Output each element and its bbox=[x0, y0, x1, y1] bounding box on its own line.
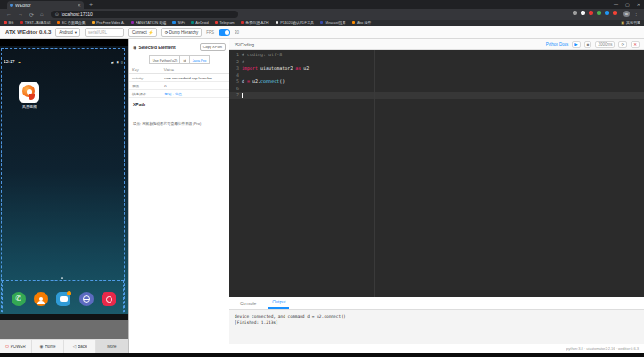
bottom-edge-bar bbox=[0, 353, 644, 357]
camera-app-icon[interactable] bbox=[102, 292, 116, 306]
bookmark-item[interactable]: 免费白嫖-AZHI bbox=[241, 21, 269, 25]
home-button[interactable]: ◉Home bbox=[32, 340, 64, 353]
copy-xpath-button[interactable]: Copy XPath bbox=[200, 43, 226, 51]
code-line: 6 bbox=[229, 86, 644, 93]
extension-icon[interactable] bbox=[581, 11, 585, 15]
tab-java-pro[interactable]: Java Pro bbox=[190, 55, 211, 64]
contacts-app-icon[interactable] bbox=[34, 292, 48, 306]
home-circle-icon: ◉ bbox=[40, 345, 44, 349]
quick-action-links[interactable]: 复制 · 定位 bbox=[161, 90, 229, 98]
forward-icon[interactable]: → bbox=[18, 12, 23, 17]
back-button[interactable]: ◁Back bbox=[64, 340, 96, 353]
bookmark-favicon bbox=[20, 21, 23, 25]
minimize-button[interactable]: — bbox=[614, 0, 618, 9]
bookmark-item[interactable]: Pro Free Video A. bbox=[92, 21, 125, 25]
site-info-icon[interactable]: ⊙ bbox=[55, 12, 59, 17]
internet-app-icon[interactable] bbox=[79, 292, 94, 306]
bookmark-item[interactable]: AirDroid bbox=[191, 21, 209, 25]
close-button[interactable]: ✕ bbox=[637, 0, 640, 9]
bookmark-favicon bbox=[215, 21, 219, 25]
reload-icon[interactable]: ⟳ bbox=[29, 12, 34, 18]
console-tabs: Console Output bbox=[229, 297, 644, 310]
messages-app-icon[interactable] bbox=[56, 292, 70, 306]
target-icon: ◉ bbox=[133, 45, 136, 50]
bookmark-item[interactable]: Telegram bbox=[215, 21, 235, 25]
browser-titlebar: WEditor ✕ + — ▢ ✕ bbox=[0, 0, 644, 9]
run-icon[interactable]: ▶ bbox=[572, 41, 580, 48]
more-button[interactable]: More bbox=[96, 340, 128, 353]
extensions-row bbox=[573, 11, 617, 15]
home-icon[interactable]: ⌂ bbox=[40, 12, 44, 17]
power-button[interactable]: ⏻POWER bbox=[0, 340, 32, 353]
extension-icon[interactable] bbox=[573, 11, 577, 15]
folder-icon: ▣ bbox=[621, 21, 624, 25]
docs-link[interactable]: Python Docs bbox=[546, 42, 569, 46]
code-line: 3import uiautomator2 as u2 bbox=[229, 65, 644, 72]
other-bookmarks[interactable]: ▣ 其他书签 bbox=[621, 21, 640, 25]
dump-hierarchy-button[interactable]: ⟳ Dump Hierarchy bbox=[161, 28, 202, 37]
bookmark-item[interactable]: BG bbox=[4, 21, 13, 25]
bookmark-item[interactable]: FANGTATION 前端 bbox=[131, 21, 167, 25]
bookmark-item[interactable]: WiFi bbox=[172, 21, 185, 25]
stop-icon[interactable]: ■ bbox=[584, 41, 592, 48]
url-text: localhost:17310 bbox=[62, 12, 93, 17]
weditor-brand[interactable]: ATX WEditor 0.6.3 bbox=[5, 29, 51, 35]
extension-icon[interactable] bbox=[589, 11, 593, 15]
extension-icon[interactable] bbox=[597, 11, 601, 15]
code-line: 4 bbox=[229, 72, 644, 79]
bookmark-item[interactable]: P14020确认PDF工具 bbox=[276, 21, 314, 25]
serial-input[interactable]: serial/URL bbox=[85, 28, 124, 37]
device-screenshot[interactable]: 12:17 ▲ ▪ ◢ ▮ ▯ 凤凰视频 ✆ bbox=[0, 46, 128, 320]
bookmarks-bar: BG TEST-JAVA笔记 BC 自测题合集 Pro Free Video A… bbox=[0, 20, 644, 26]
tab-output[interactable]: Output bbox=[268, 297, 289, 309]
inspector-panel: ◉ Selected Element Copy XPath Use Python… bbox=[128, 39, 229, 353]
new-tab-button[interactable]: + bbox=[89, 2, 93, 8]
back-icon[interactable]: ← bbox=[6, 12, 12, 17]
notification-badge bbox=[67, 291, 71, 295]
bookmark-item[interactable]: BC 自测题合集 bbox=[57, 21, 86, 25]
bookmark-favicon bbox=[131, 21, 135, 25]
tab-console[interactable]: Console bbox=[236, 299, 260, 309]
bookmark-favicon bbox=[57, 21, 61, 25]
fps-toggle[interactable] bbox=[219, 29, 230, 36]
platform-select[interactable]: Android ▾ bbox=[55, 28, 80, 37]
chevron-down-icon: ▾ bbox=[75, 30, 77, 35]
inspector-title: Selected Element bbox=[138, 45, 175, 50]
app-window: WEditor ✕ + — ▢ ✕ ← → ⟳ ⌂ ⊙ localhost:17… bbox=[0, 0, 644, 357]
editor-title: JS/Coding bbox=[234, 42, 254, 47]
back-triangle-icon: ◁ bbox=[73, 345, 76, 349]
tab-use-python[interactable]: Use Python(u2) bbox=[149, 55, 181, 64]
tab-title: WEditor bbox=[15, 3, 76, 8]
extension-icon[interactable] bbox=[605, 11, 609, 15]
code-editor[interactable]: 1# coding: utf-8 2# 3import uiautomator2… bbox=[229, 50, 644, 297]
table-row: 快捷操作 复制 · 定位 bbox=[129, 90, 229, 98]
panel-spacer bbox=[0, 320, 128, 339]
tab-id[interactable]: id bbox=[180, 55, 189, 64]
bookmark-item[interactable]: Abo 插件 bbox=[352, 21, 372, 25]
window-controls: — ▢ ✕ bbox=[614, 0, 640, 9]
extension-icon[interactable] bbox=[613, 11, 617, 15]
tab-favicon bbox=[10, 4, 13, 7]
inspector-header: ◉ Selected Element Copy XPath bbox=[129, 39, 229, 53]
profile-avatar[interactable]: w bbox=[623, 11, 630, 17]
bookmark-item[interactable]: Miracast投屏 bbox=[320, 21, 346, 25]
weditor-toolbar: ATX WEditor 0.6.3 Android ▾ serial/URL C… bbox=[0, 26, 644, 39]
xpath-label: XPath bbox=[133, 102, 226, 107]
code-line: 5d = u2.connect() bbox=[229, 79, 644, 86]
delay-badge[interactable]: 2000ms bbox=[595, 41, 615, 48]
tab-close-icon[interactable]: ✕ bbox=[78, 3, 81, 8]
maximize-button[interactable]: ▢ bbox=[625, 0, 630, 9]
bookmark-favicon bbox=[172, 21, 176, 25]
code-line: 2# bbox=[229, 59, 644, 66]
phone-app-icon[interactable]: ✆ bbox=[12, 292, 26, 306]
code-line-active: 7 bbox=[229, 92, 644, 99]
fps-label: FPS bbox=[206, 30, 214, 35]
clear-icon[interactable]: ✕ bbox=[631, 41, 640, 48]
console-output[interactable]: device connected, and command d = u2.con… bbox=[229, 310, 644, 344]
address-bar[interactable]: ⊙ localhost:17310 bbox=[51, 11, 238, 18]
browser-tab[interactable]: WEditor ✕ bbox=[7, 1, 84, 9]
browser-menu-icon[interactable]: ⋮ bbox=[633, 10, 639, 16]
connect-button[interactable]: Connect ⚡ bbox=[128, 28, 157, 37]
bookmark-item[interactable]: TEST-JAVA笔记 bbox=[20, 21, 50, 25]
refresh-icon[interactable]: ⟳ bbox=[618, 41, 627, 48]
